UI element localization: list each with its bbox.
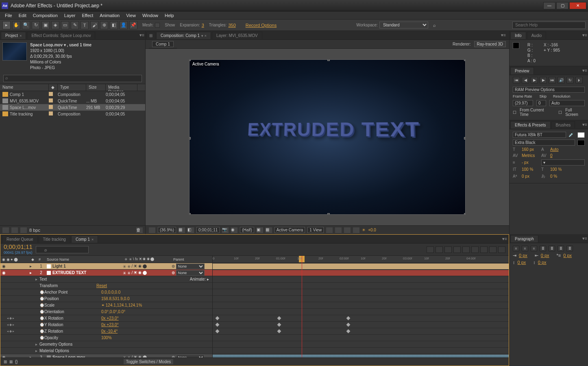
project-item[interactable]: Space L...movQuickTime291 MB0;00;29;29	[0, 104, 145, 111]
comp-icon[interactable]	[20, 227, 27, 233]
pixel-aspect-icon[interactable]	[326, 227, 333, 233]
interpret-icon[interactable]	[2, 227, 9, 233]
composition-viewer[interactable]: Active Camera EXTRUDED TEXT	[146, 49, 509, 225]
minimize-button[interactable]: —	[543, 2, 555, 9]
indent-left[interactable]: 0 px	[519, 253, 527, 258]
text-tool[interactable]: T	[81, 21, 89, 29]
stroke-width-value[interactable]: - px	[522, 160, 539, 165]
layer-property[interactable]: ▸TextAnimate: ▸	[0, 276, 212, 283]
framerate-select[interactable]: (29.97)	[513, 100, 533, 106]
eraser-tool[interactable]: ◧	[110, 21, 118, 29]
tab-layer[interactable]: Layer: MVI_6535.MOV	[212, 32, 262, 39]
panel-menu-icon[interactable]: ▾≡	[139, 33, 144, 38]
baseline-value[interactable]: 0 px	[522, 174, 539, 179]
justify-right-button[interactable]: ≣	[558, 246, 564, 251]
layer-property[interactable]: ◂ ◆ ▸⌚ Y Rotation0x +23.0°	[0, 322, 212, 328]
last-frame-button[interactable]: ⏭	[549, 77, 556, 83]
workspace-select[interactable]: Standard	[379, 22, 428, 28]
exposure-icon[interactable]: ☀	[362, 228, 366, 232]
tl-foot-icon2[interactable]: ⊠	[9, 359, 13, 364]
fill-swatch[interactable]	[577, 132, 585, 138]
timecode[interactable]: 0;00;01;11 00041 (29.97 fps)	[4, 244, 33, 255]
search-help-input[interactable]	[512, 22, 586, 29]
play-button[interactable]: ▶	[531, 77, 538, 83]
ram-preview-options[interactable]: RAM Preview Options	[513, 87, 585, 93]
selection-tool[interactable]: ▸	[2, 21, 11, 29]
preview-res-select[interactable]: Auto	[549, 100, 585, 106]
menu-effect[interactable]: Effect	[78, 12, 96, 19]
first-frame-button[interactable]: ⏮	[513, 77, 520, 83]
align-right-button[interactable]: ≡	[531, 246, 537, 251]
kerning-value[interactable]: Metrics	[522, 153, 539, 158]
record-options-link[interactable]: Record Options	[246, 23, 277, 28]
justify-all-button[interactable]: ≣	[566, 246, 573, 251]
tl-tool-9[interactable]	[498, 246, 505, 253]
align-center-button[interactable]: ≡	[522, 246, 528, 251]
layer-property[interactable]: ▸Material Options	[0, 348, 212, 354]
tsume-value[interactable]: 0 %	[550, 174, 567, 179]
mask-icon[interactable]: ◧	[187, 227, 194, 233]
renderer-select[interactable]: Ray-traced 3D	[474, 41, 506, 47]
audio-button[interactable]: 🔊	[558, 77, 565, 83]
from-current-checkbox[interactable]: ☐	[513, 110, 516, 115]
info-menu[interactable]: ▾≡	[582, 33, 587, 38]
indent-right[interactable]: 0 px	[541, 253, 549, 258]
fast-preview-icon[interactable]	[335, 227, 342, 233]
project-search[interactable]	[3, 75, 142, 82]
next-frame-button[interactable]: ▶	[540, 77, 547, 83]
timeline-layer[interactable]: ◉▸2EXTRUDED TEXT⚹ ⚹ / ▣ ◉ ⬤⊚ None	[0, 270, 212, 276]
expansion-value[interactable]: 3	[202, 23, 204, 28]
tab-effect-controls[interactable]: Effect Controls: Space Loop.mov	[27, 32, 95, 39]
loop-button[interactable]: ↻	[566, 77, 574, 83]
para-menu[interactable]: ▾≡	[582, 236, 587, 241]
skip-select[interactable]: 0	[536, 100, 546, 106]
view-select[interactable]: Active Camera	[274, 227, 305, 233]
tl-tool-3[interactable]	[444, 246, 452, 253]
exposure-value[interactable]: +0.0	[368, 228, 376, 232]
tl-tool-6[interactable]	[471, 246, 479, 253]
pan-behind-tool[interactable]: ◈	[51, 21, 59, 29]
roto-tool[interactable]: 👤	[120, 21, 128, 29]
timeline-layer[interactable]: ◉▸1Light 1⚹ ⚹ / ▣ ◉ ⬤⊚ None	[0, 263, 212, 270]
layer-property[interactable]: ◂ ◆ ▸⌚ X Rotation0x +23.0°	[0, 315, 212, 322]
hand-tool[interactable]: ✋	[12, 21, 20, 29]
space-after[interactable]: 0 px	[538, 260, 547, 265]
tab-title-tracking[interactable]: Title tracking	[39, 235, 70, 243]
fullscreen-checkbox[interactable]: ☐	[558, 110, 562, 115]
timeline-icon[interactable]	[344, 227, 351, 233]
layer-property[interactable]: ◂ ◆ ▸⌚ Z Rotation0x -10.4°	[0, 328, 212, 335]
font-select[interactable]: Futura XBlk BT	[513, 132, 566, 138]
viewcount-select[interactable]: 1 View	[307, 227, 324, 233]
channel-icon[interactable]: ◉	[231, 227, 237, 233]
zoom-tool[interactable]: 🔍	[22, 21, 30, 29]
project-item[interactable]: Comp 1Composition0;00;04;05	[0, 91, 145, 98]
tl-foot-icon3[interactable]: {}	[15, 359, 18, 364]
maximize-button[interactable]: ▢	[556, 2, 568, 9]
tl-tool-4[interactable]	[453, 246, 461, 253]
tl-tool-5[interactable]	[462, 246, 470, 253]
rotate-tool[interactable]: ↻	[32, 21, 40, 29]
grid-icon[interactable]: ▦	[179, 227, 185, 233]
bpc-toggle[interactable]: 8 bpc	[29, 228, 40, 233]
stroke-style-select[interactable]: ▾	[541, 159, 585, 166]
tab-composition[interactable]: Composition: Comp 1▾ ×	[156, 32, 211, 39]
align-left-button[interactable]: ≡	[513, 246, 519, 251]
justify-left-button[interactable]: ≣	[540, 246, 546, 251]
flowchart-icon[interactable]	[353, 227, 359, 233]
timeline-layer[interactable]: ◉▸3Space Loop.mov⚹ ⚹ / ▣ ◉ ⬤⊚ None	[0, 354, 212, 357]
prev-frame-button[interactable]: ◀	[522, 77, 529, 83]
puppet-tool[interactable]: 📌	[129, 21, 137, 29]
eyedropper-icon[interactable]: 💉	[568, 133, 575, 137]
tab-comp1[interactable]: Comp 1×	[71, 235, 98, 243]
menu-edit[interactable]: Edit	[15, 12, 30, 19]
tab-render-queue[interactable]: Render Queue	[2, 235, 38, 243]
project-item[interactable]: MVI_6535.MOVQuickTime... MB0;00;04;05	[0, 98, 145, 104]
layer-property[interactable]: ▸Geometry Options	[0, 341, 212, 348]
layer-property[interactable]: ⌚ Position158.8,531.9,0.0	[0, 296, 212, 302]
tl-tool-2[interactable]	[436, 246, 443, 253]
font-style-select[interactable]: Extra Black	[513, 139, 575, 146]
tracking-value[interactable]: 0	[550, 153, 567, 158]
space-before[interactable]: 0 px	[518, 260, 526, 265]
menu-composition[interactable]: Composition	[30, 12, 61, 19]
roi-icon[interactable]: ▣	[257, 227, 263, 233]
